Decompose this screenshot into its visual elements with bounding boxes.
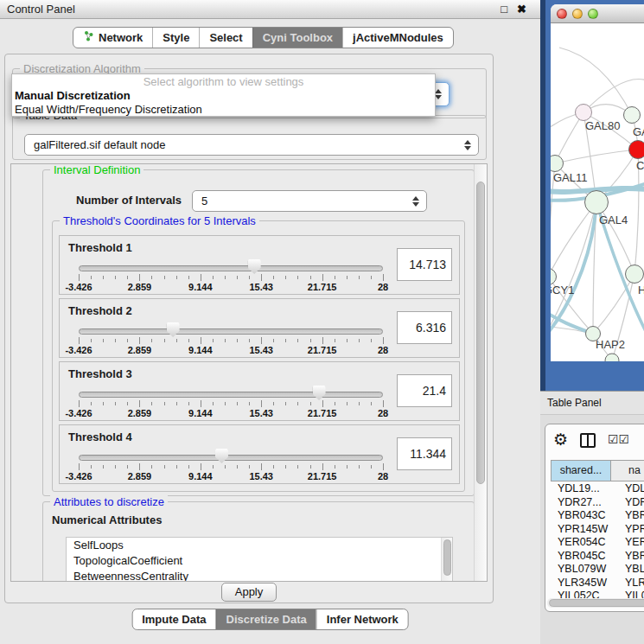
table-row[interactable]: YBL079WYBL0 — [551, 563, 644, 577]
tab-infer-network[interactable]: Infer Network — [316, 609, 408, 629]
checkbox-icons[interactable]: ☑☑ — [608, 432, 629, 446]
settings-scroll-panel: Interval Definition Number of Intervals … — [10, 163, 488, 582]
threshold-panel: Threshold 3-3.4262.8599.14415.4321.71528… — [59, 361, 460, 421]
minimize-button-yellow[interactable] — [572, 9, 583, 19]
column-header-name[interactable]: na — [611, 461, 644, 481]
split-columns-icon[interactable] — [580, 433, 596, 448]
table-row[interactable]: YPR145WYPR1 — [551, 523, 644, 537]
slider-thumb[interactable] — [215, 449, 228, 463]
slider-track[interactable] — [79, 392, 383, 398]
network-node[interactable] — [551, 269, 557, 285]
threshold-label: Threshold 4 — [68, 430, 132, 443]
threshold-label: Threshold 2 — [68, 304, 132, 317]
list-scrollbar[interactable] — [441, 538, 452, 582]
table-data-combobox[interactable]: galFiltered.sif default node — [24, 134, 479, 156]
network-node[interactable] — [626, 265, 644, 284]
tab-label: jActiveMNodules — [353, 28, 443, 48]
table-row[interactable]: YBR043CYBR0 — [551, 509, 644, 523]
tab-jactivemnodules[interactable]: jActiveMNodules — [342, 28, 453, 48]
cyni-toolbox-content: Discretization Algorithm Table Data galF… — [4, 54, 494, 603]
slider-tick-labels: -3.4262.8599.14415.4321.71528 — [79, 471, 383, 481]
vertical-scrollbar[interactable] — [474, 164, 487, 581]
tab-style[interactable]: Style — [152, 28, 199, 48]
tab-label: Select — [209, 28, 242, 48]
tab-label: Discretize Data — [226, 609, 307, 629]
table-header: shared... na — [551, 460, 644, 481]
interval-definition-group: Interval Definition Number of Intervals … — [42, 169, 475, 496]
slider-track[interactable] — [79, 328, 383, 335]
threshold-label: Threshold 3 — [68, 367, 132, 380]
table-data-group: Table Data galFiltered.sif default node — [12, 115, 487, 160]
column-header-shared[interactable]: shared... — [551, 461, 611, 481]
table-row[interactable]: YDR27...YDR2 — [551, 496, 644, 510]
list-item[interactable]: BetweennessCentrality — [67, 569, 452, 582]
node-label: GA — [633, 125, 644, 138]
network-node[interactable] — [629, 141, 644, 159]
network-window-titlebar[interactable] — [551, 4, 644, 23]
list-item[interactable]: SelfLoops — [67, 538, 452, 553]
table-row[interactable]: YBR045CYBR0 — [551, 550, 644, 564]
tab-impute-data[interactable]: Impute Data — [132, 609, 215, 629]
node-label: H — [638, 284, 644, 296]
slider-ticks — [79, 463, 383, 471]
vertical-scrollbar-thumb[interactable] — [476, 182, 485, 484]
combo-stepper-icon — [412, 196, 419, 207]
threshold-value-input[interactable]: 11.344 — [397, 437, 452, 470]
slider-track[interactable] — [79, 455, 383, 461]
combo-stepper-icon — [435, 89, 442, 99]
list-scrollbar-thumb[interactable] — [443, 539, 451, 576]
threshold-value-input[interactable]: 21.4 — [397, 374, 452, 407]
float-window-icon[interactable]: □ — [501, 0, 507, 18]
table-row[interactable]: YDL19...YDL1 — [551, 482, 644, 496]
group-title: Interval Definition — [50, 163, 143, 176]
threshold-value-input[interactable]: 14.713 — [397, 248, 452, 281]
number-of-intervals-combobox[interactable]: 5 — [192, 190, 427, 212]
network-edge — [593, 274, 634, 334]
table-row[interactable]: YER054CYER0 — [551, 536, 644, 550]
slider-thumb[interactable] — [248, 259, 261, 274]
network-edge — [559, 48, 632, 115]
popup-option[interactable]: Equal Width/Frequency Discretization — [12, 103, 435, 117]
list-item[interactable]: TopologicalCoefficient — [67, 553, 452, 569]
algorithm-dropdown-popup: Select algorithm to view settingsManual … — [11, 73, 436, 117]
threshold-value-input[interactable]: 6.316 — [397, 311, 452, 344]
node-label: GCY1 — [551, 284, 574, 296]
node-label: C — [636, 159, 644, 172]
network-svg: GAL80GACGAL11GAL4GCY1HHAP2 — [551, 23, 644, 361]
tab-network[interactable]: Network — [73, 28, 152, 48]
zoom-button-green[interactable] — [588, 9, 598, 19]
popup-option[interactable]: Manual Discretization — [12, 89, 435, 103]
close-icon[interactable]: ✖ — [517, 0, 526, 18]
table-row[interactable]: YLR345WYLR3 — [551, 577, 644, 590]
tab-label: Impute Data — [142, 609, 206, 629]
number-of-intervals-label: Number of Intervals — [76, 194, 182, 207]
slider-thumb[interactable] — [313, 386, 326, 400]
attr-items: SelfLoopsTopologicalCoefficientBetweenne… — [67, 538, 452, 582]
network-view-frame: GAL80GACGAL11GAL4GCY1HHAP2 — [540, 0, 644, 391]
numerical-attributes-list[interactable]: SelfLoopsTopologicalCoefficientBetweenne… — [66, 537, 453, 582]
slider-track[interactable] — [79, 265, 383, 271]
close-button-red[interactable] — [557, 9, 567, 19]
tab-select[interactable]: Select — [199, 28, 252, 48]
tab-label: Infer Network — [327, 609, 399, 629]
top-tabs: NetworkStyleSelectCyni ToolboxjActiveMNo… — [73, 27, 454, 48]
table-toolbar: ⚙ ☑☑ — [545, 424, 644, 457]
tab-cyni-toolbox[interactable]: Cyni Toolbox — [252, 28, 342, 48]
network-node[interactable] — [585, 191, 609, 214]
node-table: ⚙ ☑☑ shared... na YDL19...YDL1YDR27...YD… — [545, 424, 644, 612]
table-panel-titlebar: Table Panel — [540, 391, 644, 415]
network-edge — [555, 112, 583, 163]
node-label: GAL80 — [585, 119, 620, 132]
tab-label: Network — [99, 28, 143, 48]
apply-button[interactable]: Apply — [221, 583, 277, 602]
horizontal-scrollbar-thumb[interactable] — [549, 599, 644, 607]
tab-discretize-data[interactable]: Discretize Data — [216, 609, 316, 629]
network-node[interactable] — [551, 156, 564, 172]
network-node[interactable] — [624, 107, 641, 124]
slider-thumb[interactable] — [167, 322, 180, 337]
network-node[interactable] — [576, 105, 592, 121]
network-canvas[interactable]: GAL80GACGAL11GAL4GCY1HHAP2 — [551, 23, 644, 361]
horizontal-scrollbar[interactable] — [547, 598, 644, 608]
slider-ticks — [79, 337, 383, 345]
gear-icon[interactable]: ⚙ — [553, 430, 568, 450]
